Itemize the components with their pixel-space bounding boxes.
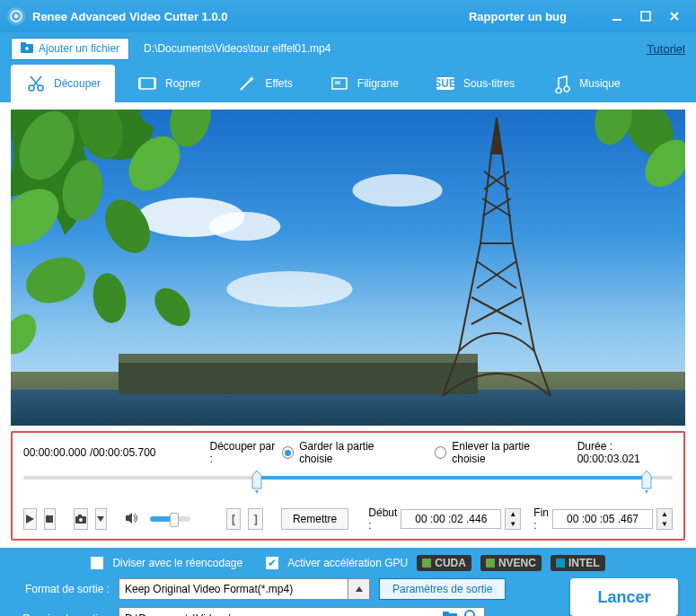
svg-point-1 (14, 14, 18, 18)
svg-point-41 (465, 611, 474, 616)
tab-effects[interactable]: Effets (222, 65, 306, 102)
badge-nvenc: NVENC (480, 555, 542, 571)
svg-point-38 (79, 518, 83, 522)
add-file-icon (21, 42, 33, 56)
cut-by-label: Découper par : (209, 440, 276, 465)
stop-button[interactable] (44, 508, 56, 530)
svg-point-25 (96, 191, 159, 260)
end-time-spinner[interactable]: ▲▼ (656, 508, 673, 530)
radio-keep-label: Garder la partie choisie (299, 440, 403, 465)
svg-point-27 (20, 250, 92, 311)
tab-effects-label: Effets (265, 77, 292, 90)
add-file-label: Ajouter un fichier (39, 42, 119, 55)
play-button[interactable] (23, 508, 37, 530)
snapshot-button[interactable] (74, 508, 88, 530)
app-logo-icon (7, 7, 25, 25)
tab-crop-label: Rogner (165, 77, 200, 90)
close-button[interactable] (660, 5, 689, 27)
open-folder-icon[interactable] (464, 610, 479, 616)
cut-range-slider[interactable] (23, 471, 673, 497)
title-bar: Renee Advanced Video Cutter 1.0.0 Rappor… (0, 0, 696, 32)
launch-button[interactable]: Lancer (570, 578, 678, 616)
leaves-illustration (11, 110, 298, 361)
svg-rect-12 (335, 81, 340, 84)
split-reencode-label: Diviser avec le réencodage (112, 557, 242, 569)
svg-rect-5 (21, 42, 26, 46)
browse-folder-icon[interactable] (443, 611, 459, 616)
current-file-path: D:\Documents\Videos\tour eiffel01.mp4 (144, 42, 330, 55)
svg-rect-3 (641, 12, 650, 21)
tab-music[interactable]: Musique (536, 65, 634, 102)
range-end-handle[interactable] (639, 471, 655, 494)
eiffel-tower-illustration (434, 118, 559, 399)
start-time-spinner[interactable]: ▲▼ (505, 508, 521, 530)
maximize-button[interactable] (631, 5, 660, 27)
svg-rect-40 (443, 612, 449, 615)
radio-remove-label: Enlever la partie choisie (452, 440, 559, 465)
volume-icon[interactable] (125, 512, 139, 527)
badge-intel: INTEL (551, 555, 605, 571)
output-folder-input[interactable] (125, 612, 443, 617)
start-time-input[interactable]: 00 :00 :02 .446 (401, 509, 501, 529)
reset-button[interactable]: Remettre (281, 508, 348, 530)
end-time-input[interactable]: 00 :00 :05 .467 (552, 509, 653, 529)
video-preview[interactable] (11, 110, 685, 426)
range-start-handle[interactable] (249, 471, 265, 494)
start-label: Début : (368, 506, 397, 532)
crop-icon (137, 73, 158, 94)
watermark-icon (329, 73, 350, 94)
report-bug-link[interactable]: Rapporter un bug (469, 10, 567, 23)
badge-cuda: CUDA (417, 555, 471, 571)
tab-subtitles[interactable]: SUB Sous-titres (420, 65, 529, 102)
tab-watermark-label: Filigrane (357, 77, 399, 90)
svg-rect-19 (119, 358, 478, 394)
current-time: 00:00:00.000 (23, 446, 86, 459)
tutorial-link[interactable]: Tutoriel (647, 42, 685, 56)
duration-value: 00:00:03.021 (577, 453, 640, 465)
volume-slider[interactable] (150, 516, 190, 522)
duration-label: Durée : (577, 440, 612, 453)
preview-area (0, 102, 696, 426)
tab-music-label: Musique (579, 77, 620, 90)
snapshot-dropdown[interactable] (95, 508, 107, 530)
add-file-button[interactable]: Ajouter un fichier (11, 38, 129, 60)
cut-controls-panel: 00:00:00.000 /00:00:05.700 Découper par … (11, 431, 685, 541)
svg-point-17 (353, 174, 443, 207)
end-label: Fin : (533, 506, 549, 532)
format-select[interactable] (119, 578, 348, 600)
radio-remove[interactable] (435, 446, 446, 459)
checkbox-gpu-accel[interactable]: ✔ (266, 557, 278, 569)
wand-icon (236, 73, 258, 94)
file-toolbar: Ajouter un fichier D:\Documents\Videos\t… (0, 32, 696, 65)
mark-out-button[interactable]: ] (248, 508, 263, 530)
minimize-button[interactable] (603, 5, 631, 27)
playhead-time: 00:00:00.000 /00:00:05.700 (23, 446, 155, 459)
music-icon (551, 73, 572, 94)
svg-rect-9 (138, 78, 140, 89)
svg-rect-10 (154, 78, 156, 89)
svg-rect-35 (46, 515, 53, 523)
checkbox-split-reencode[interactable] (91, 557, 103, 569)
svg-text:SUB: SUB (435, 77, 456, 90)
format-label: Format de sortie : (11, 583, 110, 595)
total-time: /00:00:05.700 (90, 446, 155, 459)
svg-rect-37 (78, 515, 82, 517)
radio-keep[interactable] (282, 446, 294, 459)
tabs-bar: Découper Rogner Effets Filigrane SUB Sou… (0, 65, 696, 102)
subtitles-icon: SUB (435, 73, 456, 94)
folder-label: Dossier de sortie : (11, 612, 110, 617)
app-title: Renee Advanced Video Cutter 1.0.0 (32, 10, 227, 23)
svg-point-31 (147, 281, 197, 332)
svg-rect-8 (140, 78, 154, 89)
output-params-button[interactable]: Paramètres de sortie (379, 578, 506, 600)
format-dropdown-button[interactable] (348, 578, 370, 600)
tab-cut-label: Découper (54, 77, 101, 90)
tab-watermark[interactable]: Filigrane (314, 65, 413, 102)
tab-subtitles-label: Sous-titres (463, 77, 515, 90)
mark-in-button[interactable]: [ (226, 508, 242, 530)
tab-cut[interactable]: Découper (11, 65, 115, 102)
svg-point-28 (89, 270, 129, 325)
gpu-accel-label: Activer accélération GPU (287, 557, 408, 569)
svg-rect-2 (612, 19, 621, 21)
tab-crop[interactable]: Rogner (122, 65, 215, 102)
